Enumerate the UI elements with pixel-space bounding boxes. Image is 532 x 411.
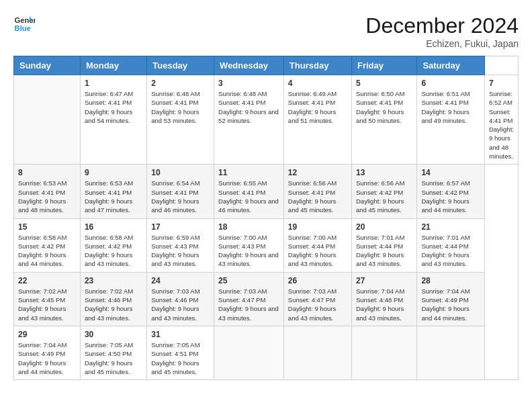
page-header: General Blue December 2024 Echizen, Fuku… [13,13,519,49]
day-number: 4 [288,79,347,88]
calendar-day-cell: 2 Sunrise: 6:48 AM Sunset: 4:41 PM Dayli… [147,75,214,165]
calendar-week-row: 8 Sunrise: 6:53 AM Sunset: 4:41 PM Dayli… [14,165,519,218]
calendar-day-cell: 3 Sunrise: 6:48 AM Sunset: 4:41 PM Dayli… [214,75,284,165]
day-of-week-header: Wednesday [214,56,284,75]
logo-icon: General Blue [13,13,35,35]
day-number: 2 [151,79,210,88]
day-number: 1 [85,79,142,88]
svg-text:Blue: Blue [15,24,31,32]
day-number: 27 [356,276,412,285]
calendar-day-cell: 24 Sunrise: 7:03 AM Sunset: 4:46 PM Dayl… [147,272,214,326]
day-number: 21 [421,222,480,232]
calendar-day-cell: 26 Sunrise: 7:03 AM Sunset: 4:47 PM Dayl… [283,272,351,326]
day-info: Sunrise: 7:04 AM Sunset: 4:49 PM Dayligh… [421,287,480,322]
day-number: 7 [489,79,514,88]
day-info: Sunrise: 6:52 AM Sunset: 4:41 PM Dayligh… [489,89,514,161]
day-info: Sunrise: 6:47 AM Sunset: 4:41 PM Dayligh… [85,89,142,125]
day-number: 11 [218,168,279,177]
calendar-day-cell: 13 Sunrise: 6:56 AM Sunset: 4:42 PM Dayl… [351,165,416,218]
day-info: Sunrise: 6:59 AM Sunset: 4:43 PM Dayligh… [151,233,210,269]
day-info: Sunrise: 7:05 AM Sunset: 4:50 PM Dayligh… [85,340,142,376]
calendar-day-cell: 5 Sunrise: 6:50 AM Sunset: 4:41 PM Dayli… [351,75,416,165]
day-info: Sunrise: 7:05 AM Sunset: 4:51 PM Dayligh… [151,340,210,376]
calendar-day-cell: 18 Sunrise: 7:00 AM Sunset: 4:43 PM Dayl… [214,218,284,272]
day-number: 16 [85,222,142,232]
day-info: Sunrise: 6:51 AM Sunset: 4:41 PM Dayligh… [421,89,480,125]
day-info: Sunrise: 6:49 AM Sunset: 4:41 PM Dayligh… [288,89,347,125]
calendar-day-cell [214,326,284,379]
day-number: 20 [356,222,412,232]
logo: General Blue [13,13,35,35]
calendar-day-cell: 28 Sunrise: 7:04 AM Sunset: 4:49 PM Dayl… [417,272,485,326]
day-number: 9 [85,168,142,177]
day-info: Sunrise: 6:53 AM Sunset: 4:41 PM Dayligh… [85,179,142,214]
day-number: 23 [85,276,142,285]
day-of-week-header: Sunday [14,56,81,75]
day-info: Sunrise: 7:01 AM Sunset: 4:44 PM Dayligh… [421,233,480,269]
day-info: Sunrise: 6:50 AM Sunset: 4:41 PM Dayligh… [356,89,412,125]
calendar-day-cell: 1 Sunrise: 6:47 AM Sunset: 4:41 PM Dayli… [80,75,146,165]
calendar-day-cell: 23 Sunrise: 7:02 AM Sunset: 4:46 PM Dayl… [80,272,146,326]
calendar-day-cell: 29 Sunrise: 7:04 AM Sunset: 4:49 PM Dayl… [14,326,81,379]
day-of-week-header: Tuesday [147,56,214,75]
day-info: Sunrise: 6:55 AM Sunset: 4:41 PM Dayligh… [218,179,279,214]
day-number: 6 [421,79,480,88]
day-number: 30 [85,330,142,339]
day-number: 13 [356,168,412,177]
day-number: 18 [218,222,279,232]
calendar-day-cell: 19 Sunrise: 7:00 AM Sunset: 4:44 PM Dayl… [283,218,351,272]
day-of-week-header: Friday [351,56,416,75]
day-of-week-header: Thursday [283,56,351,75]
day-number: 10 [151,168,210,177]
calendar-week-row: 15 Sunrise: 6:58 AM Sunset: 4:42 PM Dayl… [14,218,519,272]
calendar-day-cell: 10 Sunrise: 6:54 AM Sunset: 4:41 PM Dayl… [147,165,214,218]
calendar-day-cell: 20 Sunrise: 7:01 AM Sunset: 4:44 PM Dayl… [351,218,416,272]
day-info: Sunrise: 7:01 AM Sunset: 4:44 PM Dayligh… [356,233,412,269]
calendar-day-cell: 15 Sunrise: 6:58 AM Sunset: 4:42 PM Dayl… [14,218,81,272]
day-number: 8 [18,168,76,177]
day-info: Sunrise: 6:54 AM Sunset: 4:41 PM Dayligh… [151,179,210,214]
calendar-header-row: SundayMondayTuesdayWednesdayThursdayFrid… [14,56,519,75]
day-number: 24 [151,276,210,285]
day-info: Sunrise: 6:56 AM Sunset: 4:42 PM Dayligh… [356,179,412,214]
day-info: Sunrise: 6:48 AM Sunset: 4:41 PM Dayligh… [218,89,279,125]
day-info: Sunrise: 7:03 AM Sunset: 4:47 PM Dayligh… [218,287,279,322]
day-info: Sunrise: 6:58 AM Sunset: 4:42 PM Dayligh… [18,233,76,269]
day-of-week-header: Saturday [417,56,485,75]
calendar-day-cell: 21 Sunrise: 7:01 AM Sunset: 4:44 PM Dayl… [417,218,485,272]
calendar-day-cell: 9 Sunrise: 6:53 AM Sunset: 4:41 PM Dayli… [80,165,146,218]
calendar-day-cell: 4 Sunrise: 6:49 AM Sunset: 4:41 PM Dayli… [283,75,351,165]
day-info: Sunrise: 6:58 AM Sunset: 4:42 PM Dayligh… [85,233,142,269]
day-info: Sunrise: 7:00 AM Sunset: 4:44 PM Dayligh… [288,233,347,269]
calendar-day-cell [14,75,81,165]
location: Echizen, Fukui, Japan [365,38,519,49]
calendar-day-cell: 12 Sunrise: 6:56 AM Sunset: 4:41 PM Dayl… [283,165,351,218]
day-number: 12 [288,168,347,177]
day-number: 19 [288,222,347,232]
day-info: Sunrise: 7:04 AM Sunset: 4:48 PM Dayligh… [356,287,412,322]
calendar-week-row: 29 Sunrise: 7:04 AM Sunset: 4:49 PM Dayl… [14,326,519,379]
calendar-day-cell: 30 Sunrise: 7:05 AM Sunset: 4:50 PM Dayl… [80,326,146,379]
calendar-day-cell [351,326,416,379]
calendar-day-cell: 25 Sunrise: 7:03 AM Sunset: 4:47 PM Dayl… [214,272,284,326]
calendar-day-cell: 8 Sunrise: 6:53 AM Sunset: 4:41 PM Dayli… [14,165,81,218]
day-number: 5 [356,79,412,88]
calendar-day-cell: 27 Sunrise: 7:04 AM Sunset: 4:48 PM Dayl… [351,272,416,326]
calendar-day-cell: 14 Sunrise: 6:57 AM Sunset: 4:42 PM Dayl… [417,165,485,218]
month-title: December 2024 [365,13,519,38]
day-number: 26 [288,276,347,285]
calendar-day-cell: 11 Sunrise: 6:55 AM Sunset: 4:41 PM Dayl… [214,165,284,218]
day-info: Sunrise: 7:04 AM Sunset: 4:49 PM Dayligh… [18,340,76,376]
calendar-day-cell: 16 Sunrise: 6:58 AM Sunset: 4:42 PM Dayl… [80,218,146,272]
day-number: 25 [218,276,279,285]
calendar-day-cell: 7 Sunrise: 6:52 AM Sunset: 4:41 PM Dayli… [484,75,518,165]
day-number: 28 [421,276,480,285]
calendar-week-row: 22 Sunrise: 7:02 AM Sunset: 4:45 PM Dayl… [14,272,519,326]
calendar-day-cell [417,326,485,379]
day-info: Sunrise: 7:00 AM Sunset: 4:43 PM Dayligh… [218,233,279,269]
title-area: December 2024 Echizen, Fukui, Japan [365,13,519,49]
day-of-week-header: Monday [80,56,146,75]
calendar-day-cell [283,326,351,379]
calendar-day-cell: 6 Sunrise: 6:51 AM Sunset: 4:41 PM Dayli… [417,75,485,165]
day-number: 22 [18,276,76,285]
